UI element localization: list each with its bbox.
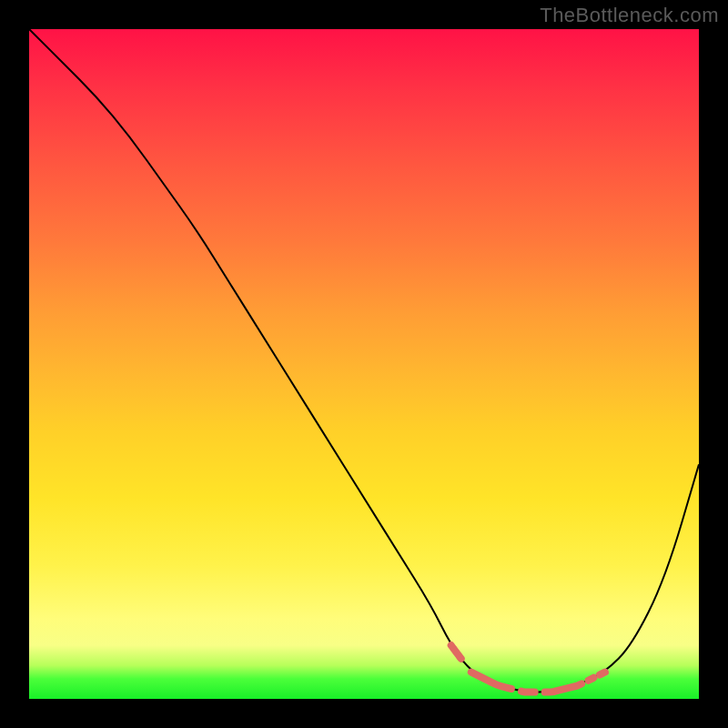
watermark-text: TheBottleneck.com bbox=[540, 4, 719, 27]
sweet-spot-segment bbox=[589, 678, 594, 681]
sweet-spot-segment bbox=[600, 672, 605, 675]
sweet-spot-segment bbox=[545, 683, 582, 692]
chart-frame: TheBottleneck.com bbox=[0, 0, 728, 728]
sweet-spot-segment bbox=[521, 692, 535, 693]
bottleneck-curve bbox=[29, 29, 699, 693]
sweet-spot-segment bbox=[451, 645, 461, 659]
plot-area bbox=[29, 29, 699, 699]
chart-svg bbox=[29, 29, 699, 699]
sweet-spot-segment bbox=[471, 672, 511, 689]
sweet-spot-group bbox=[451, 645, 605, 693]
